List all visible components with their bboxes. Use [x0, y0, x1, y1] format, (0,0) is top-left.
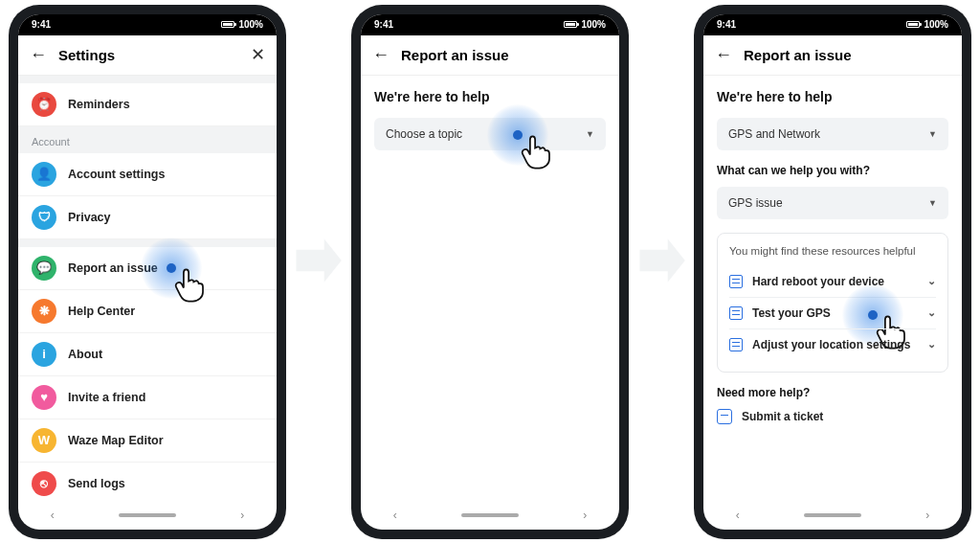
flow-arrow-icon	[635, 235, 687, 286]
settings-row-send-logs[interactable]: ⎋ Send logs	[18, 463, 277, 501]
document-icon	[729, 275, 743, 288]
need-more-help-label: Need more help?	[717, 386, 948, 399]
resource-label: Test your GPS	[752, 306, 831, 320]
settings-row-privacy[interactable]: 🛡 Privacy	[18, 196, 277, 239]
app-header: ← Report an issue	[703, 35, 962, 76]
invite-icon: ♥	[32, 385, 56, 410]
resources-heading: You might find these resources helpful	[729, 245, 936, 257]
about-icon: i	[32, 342, 56, 367]
help-center-icon: ❋	[32, 299, 56, 324]
row-label: Privacy	[68, 211, 110, 224]
chevron-down-icon: ▼	[928, 198, 937, 208]
phone-frame-3: 9:41 100% ← Report an issue We're here t…	[694, 5, 971, 539]
subtopic-select[interactable]: GPS issue ▼	[717, 187, 948, 219]
status-battery: 100%	[238, 19, 263, 30]
settings-row-help-center[interactable]: ❋ Help Center	[18, 290, 277, 333]
ticket-icon	[717, 409, 732, 424]
status-battery: 100%	[924, 19, 948, 30]
select-value: GPS issue	[728, 196, 783, 210]
nav-recent-icon[interactable]: ›	[583, 509, 587, 522]
chevron-down-icon: ▼	[928, 129, 937, 139]
app-header: ← Settings ✕	[18, 35, 277, 76]
reminders-icon: ⏰	[32, 92, 56, 117]
page-title: Report an issue	[401, 47, 509, 63]
status-time: 9:41	[374, 19, 393, 30]
row-label: Invite a friend	[68, 391, 145, 404]
android-nav-bar: ‹ ›	[361, 501, 619, 530]
select-value: GPS and Network	[728, 127, 820, 141]
resource-hard-reboot[interactable]: Hard reboot your device ⌄	[729, 266, 936, 297]
select-placeholder: Choose a topic	[386, 127, 462, 141]
resource-adjust-location[interactable]: Adjust your location settings ⌄	[729, 328, 936, 360]
help-heading: We're here to help	[374, 89, 606, 104]
help-heading: We're here to help	[717, 89, 948, 104]
row-label: Account settings	[68, 168, 165, 181]
tap-indicator	[487, 104, 548, 166]
android-nav-bar: ‹ ›	[18, 501, 277, 530]
resource-label: Adjust your location settings	[752, 338, 910, 351]
send-logs-icon: ⎋	[32, 471, 56, 496]
settings-row-account[interactable]: 👤 Account settings	[18, 153, 277, 196]
report-icon: 💬	[32, 256, 56, 281]
nav-back-icon[interactable]: ‹	[736, 509, 740, 522]
phone-frame-1: 9:41 100% ← Settings ✕ ⏰ Reminders Accou…	[9, 5, 286, 539]
topic-select[interactable]: Choose a topic ▼	[374, 118, 606, 150]
map-editor-icon: W	[32, 428, 56, 453]
section-label-account: Account	[18, 126, 277, 153]
row-label: About	[68, 348, 102, 361]
chevron-down-icon: ⌄	[927, 275, 936, 287]
settings-row-invite[interactable]: ♥ Invite a friend	[18, 376, 277, 419]
android-nav-bar: ‹ ›	[703, 501, 962, 530]
battery-icon	[221, 21, 234, 28]
settings-row-report-issue[interactable]: 💬 Report an issue	[18, 247, 277, 290]
nav-recent-icon[interactable]: ›	[925, 509, 929, 522]
page-title: Report an issue	[744, 47, 852, 63]
row-label: Waze Map Editor	[68, 434, 164, 447]
chevron-down-icon: ⌄	[927, 338, 936, 351]
page-title: Settings	[58, 47, 115, 63]
row-label: Report an issue	[68, 261, 158, 275]
status-bar: 9:41 100%	[18, 14, 277, 35]
nav-recent-icon[interactable]: ›	[240, 509, 244, 522]
resource-test-gps[interactable]: Test your GPS ⌄	[729, 297, 936, 328]
battery-icon	[564, 21, 577, 28]
app-header: ← Report an issue	[361, 35, 619, 76]
submit-ticket-button[interactable]: Submit a ticket	[717, 409, 948, 424]
nav-back-icon[interactable]: ‹	[393, 509, 397, 522]
row-label: Reminders	[68, 98, 130, 111]
resource-label: Hard reboot your device	[752, 275, 884, 288]
settings-row-map-editor[interactable]: W Waze Map Editor	[18, 419, 277, 463]
sub-question-label: What can we help you with?	[717, 164, 948, 177]
submit-label: Submit a ticket	[742, 410, 823, 423]
privacy-icon: 🛡	[32, 205, 56, 230]
settings-row-about[interactable]: i About	[18, 333, 277, 376]
document-icon	[729, 306, 743, 320]
nav-home-icon[interactable]	[804, 513, 861, 517]
row-label: Help Center	[68, 305, 135, 318]
status-bar: 9:41 100%	[703, 14, 962, 35]
document-icon	[729, 338, 743, 351]
row-label: Send logs	[68, 477, 125, 490]
status-time: 9:41	[32, 19, 51, 30]
phone-frame-2: 9:41 100% ← Report an issue We're here t…	[351, 5, 629, 539]
status-bar: 9:41 100%	[361, 14, 619, 35]
resources-card: You might find these resources helpful H…	[717, 233, 948, 373]
nav-home-icon[interactable]	[461, 513, 519, 517]
nav-home-icon[interactable]	[119, 513, 176, 517]
settings-row-reminders[interactable]: ⏰ Reminders	[18, 83, 277, 126]
nav-back-icon[interactable]: ‹	[51, 509, 55, 522]
back-icon[interactable]: ←	[30, 45, 47, 65]
battery-icon	[906, 21, 920, 28]
chevron-down-icon: ⌄	[927, 306, 936, 319]
back-icon[interactable]: ←	[372, 45, 390, 65]
flow-arrow-icon	[292, 235, 344, 286]
status-battery: 100%	[581, 19, 606, 30]
close-icon[interactable]: ✕	[251, 44, 265, 65]
chevron-down-icon: ▼	[586, 129, 594, 139]
topic-select[interactable]: GPS and Network ▼	[717, 118, 948, 150]
back-icon[interactable]: ←	[715, 45, 732, 65]
account-icon: 👤	[32, 162, 56, 187]
status-time: 9:41	[717, 19, 736, 30]
